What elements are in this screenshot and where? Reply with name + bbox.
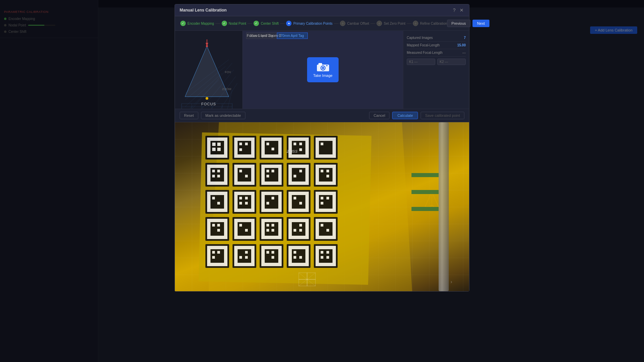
step-encoder-mapping[interactable]: ✓ Encoder Mapping [180, 21, 214, 26]
measured-focal-value: --- [462, 51, 466, 55]
svg-rect-60 [321, 143, 323, 145]
svg-rect-168 [294, 251, 296, 254]
svg-rect-140 [294, 229, 296, 232]
3d-view-panel: FOV ZOOM Inf FOCUS [175, 31, 243, 109]
camera-bg: ZEISS › [175, 122, 469, 291]
svg-rect-78 [266, 175, 269, 177]
svg-rect-169 [294, 256, 296, 259]
measured-focal-row: Measured Focal-Length --- [407, 49, 466, 57]
modal-body: FOV ZOOM Inf FOCUS Focus 1 and Zoom 0 35… [175, 31, 469, 109]
svg-rect-64 [212, 170, 215, 172]
take-image-label: Take Image [313, 73, 333, 78]
camera-feed: ZEISS › [175, 122, 469, 291]
k2-value: --- [445, 60, 448, 64]
wizard-nav: Previous Next [447, 20, 489, 27]
step-arrow-1: ── [215, 22, 220, 25]
step-arrow-5: ── [370, 22, 375, 25]
svg-rect-150 [212, 251, 215, 254]
svg-rect-127 [239, 224, 242, 227]
take-image-button[interactable]: Take Image [307, 57, 339, 82]
save-calibrated-point-button[interactable]: Save calibrated point [421, 112, 464, 119]
svg-rect-170 [299, 256, 302, 259]
svg-rect-110 [294, 197, 296, 199]
modal-header-icons: ? ✕ [452, 7, 464, 13]
help-button[interactable]: ? [452, 7, 456, 13]
svg-point-23 [206, 97, 208, 100]
step-icon-nodal: ✓ [222, 21, 227, 26]
svg-rect-55 [299, 143, 302, 145]
action-left-buttons: Reset Mark as undetectable [180, 112, 245, 119]
step-nodal-point[interactable]: ✓ Nodal Point [222, 21, 246, 26]
svg-rect-94 [217, 202, 220, 205]
svg-rect-105 [271, 197, 274, 199]
step-icon-center: ✓ [254, 21, 259, 26]
svg-rect-175 [326, 251, 329, 254]
svg-rect-132 [266, 224, 269, 227]
captured-images-row: Captured Images 7 [407, 34, 466, 42]
svg-rect-71 [239, 170, 242, 172]
step-cambar-offset: ○ Cambar Offset [340, 21, 369, 26]
svg-point-30 [322, 67, 324, 69]
svg-rect-115 [321, 197, 323, 199]
step-icon-primary: ● [286, 21, 291, 26]
close-button[interactable]: ✕ [459, 7, 464, 13]
step-arrow-6: ── [407, 22, 411, 25]
k-values-row: K1 --- K2 --- [407, 59, 466, 65]
svg-rect-87 [321, 170, 323, 172]
svg-rect-66 [212, 175, 215, 177]
info-panel: Captured Images 7 Mapped Focal-Length 15… [403, 31, 469, 109]
next-button[interactable]: Next [472, 20, 490, 27]
step-icon-encoder: ✓ [180, 21, 186, 26]
svg-rect-28 [318, 63, 322, 65]
svg-rect-49 [266, 143, 269, 145]
step-set-zero: ○ Set Zero Point [377, 21, 405, 26]
mapped-focal-label: Mapped Focal-Length [407, 43, 440, 47]
previous-button[interactable]: Previous [447, 20, 470, 27]
calculate-button[interactable]: Calculate [392, 112, 418, 119]
svg-rect-76 [266, 170, 269, 172]
svg-rect-88 [326, 170, 329, 172]
step-label-primary: Primary Calibration Points [293, 22, 333, 25]
svg-rect-135 [271, 229, 274, 232]
svg-rect-151 [217, 251, 220, 254]
reset-button[interactable]: Reset [180, 112, 198, 119]
svg-rect-65 [217, 170, 220, 172]
step-label-cambar: Cambar Offset [347, 22, 369, 25]
svg-rect-82 [299, 170, 302, 172]
k1-label: K1 [409, 60, 413, 64]
step-arrow-2: ── [247, 22, 252, 25]
svg-rect-106 [266, 202, 269, 205]
cancel-button[interactable]: Cancel [369, 112, 389, 119]
step-primary-calibration[interactable]: ● Primary Calibration Points [286, 21, 333, 26]
svg-rect-134 [266, 229, 269, 232]
svg-rect-152 [212, 256, 215, 259]
svg-rect-54 [294, 143, 296, 145]
mark-undetectable-button[interactable]: Mark as undetectable [201, 112, 245, 119]
step-label-refine: Refine Calibration [420, 22, 447, 25]
action-bar: Reset Mark as undetectable Cancel Calcul… [175, 109, 469, 122]
step-center-shift[interactable]: ✓ Center Shift [254, 21, 279, 26]
svg-rect-116 [326, 197, 329, 199]
zeiss-label: ZEISS [287, 149, 298, 153]
modal-header: Manual Lens Calibration ? ✕ [175, 4, 469, 16]
svg-rect-98 [239, 197, 242, 199]
modal-title: Manual Lens Calibration [180, 8, 227, 13]
svg-rect-141 [299, 229, 302, 232]
svg-rect-146 [326, 229, 329, 232]
k1-field: K1 --- [407, 59, 435, 65]
mapped-focal-value: 15.00 [457, 43, 466, 47]
modal-overlay: Manual Lens Calibration ? ✕ ✓ Encoder Ma… [0, 0, 644, 362]
tag-70mm-button[interactable]: 70mm April Tag [277, 33, 308, 39]
step-label-zero: Set Zero Point [384, 22, 405, 25]
svg-rect-89 [326, 175, 329, 177]
svg-rect-67 [217, 175, 220, 177]
svg-rect-164 [271, 256, 274, 259]
svg-rect-37 [217, 143, 221, 146]
svg-text:FOV: FOV [225, 70, 231, 74]
svg-rect-156 [245, 251, 248, 254]
svg-rect-83 [294, 175, 296, 177]
measured-focal-label: Measured Focal-Length [407, 51, 443, 55]
step-icon-refine: ○ [413, 21, 418, 26]
svg-rect-93 [212, 197, 215, 199]
svg-rect-139 [299, 224, 302, 227]
